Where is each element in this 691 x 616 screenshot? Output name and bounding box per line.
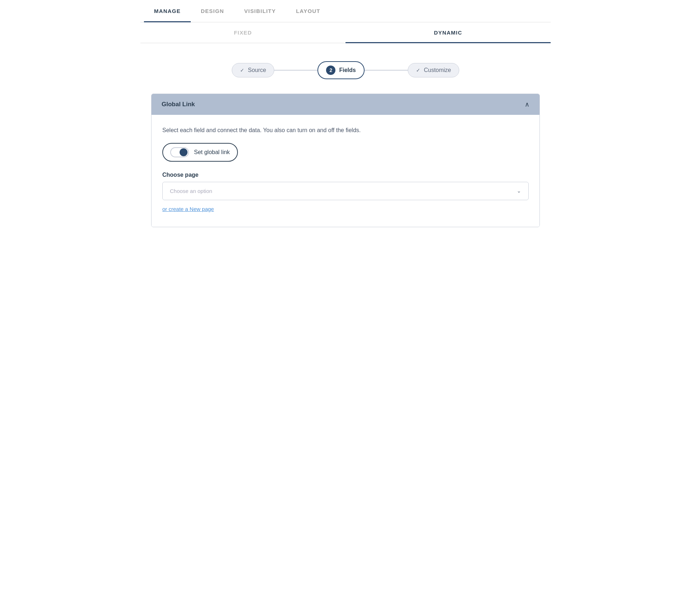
subtab-dynamic[interactable]: DYNAMIC [346, 22, 551, 43]
create-new-page-link[interactable]: or create a New page [162, 206, 214, 212]
check-icon-source: ✓ [240, 67, 244, 73]
step-customize[interactable]: ✓ Customize [408, 63, 460, 77]
check-icon-customize: ✓ [416, 67, 420, 73]
global-link-toggle-container[interactable]: Set global link [162, 143, 238, 162]
stepper: ✓ Source 2 Fields ✓ Customize [140, 43, 551, 94]
step-customize-label: Customize [424, 67, 451, 73]
step-source[interactable]: ✓ Source [232, 63, 275, 77]
section-body: Select each field and connect the data. … [152, 115, 539, 227]
chevron-up-icon[interactable]: ∧ [525, 100, 529, 108]
section-header[interactable]: Global Link ∧ [152, 94, 539, 115]
sub-tabs: FIXED DYNAMIC [140, 22, 551, 43]
tab-layout[interactable]: LAYOUT [286, 0, 330, 22]
toggle-switch[interactable] [170, 147, 189, 157]
top-tabs: MANAGE DESIGN VISIBILITY LAYOUT [140, 0, 551, 22]
step-connector-1 [274, 70, 317, 71]
choose-page-label: Choose page [162, 172, 529, 178]
subtab-fixed[interactable]: FIXED [140, 22, 346, 43]
dropdown-chevron-icon: ⌄ [517, 188, 521, 194]
step-connector-2 [365, 70, 408, 71]
step-source-label: Source [248, 67, 266, 73]
choose-page-dropdown[interactable]: Choose an option ⌄ [162, 182, 529, 200]
toggle-knob [180, 148, 188, 156]
select-placeholder: Choose an option [170, 188, 212, 194]
tab-design[interactable]: DESIGN [191, 0, 234, 22]
section-title: Global Link [162, 101, 195, 108]
step-fields-label: Fields [339, 67, 356, 73]
tab-manage[interactable]: MANAGE [144, 0, 191, 22]
step-fields[interactable]: 2 Fields [317, 61, 364, 79]
step-number-fields: 2 [326, 66, 335, 75]
toggle-label: Set global link [194, 149, 230, 156]
description-text: Select each field and connect the data. … [162, 126, 407, 135]
global-link-section: Global Link ∧ Select each field and conn… [151, 94, 540, 227]
tab-visibility[interactable]: VISIBILITY [234, 0, 286, 22]
